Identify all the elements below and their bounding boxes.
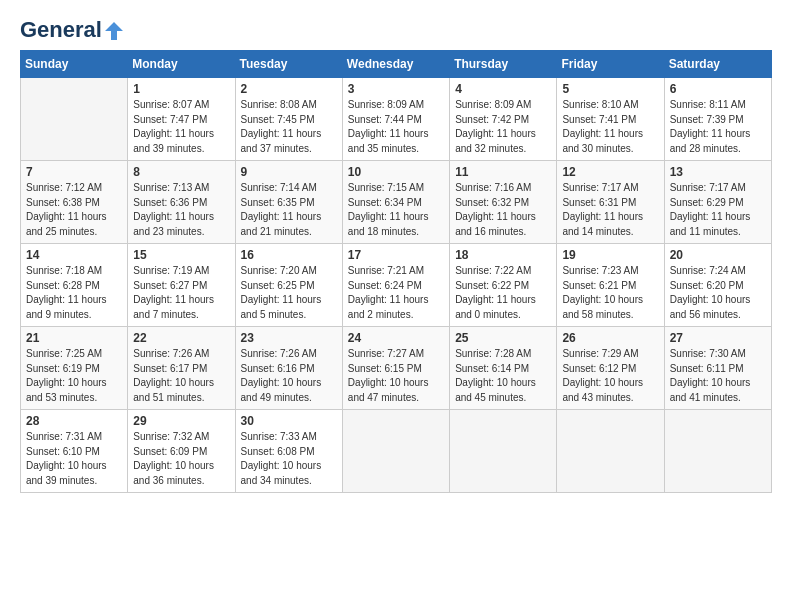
day-cell: 19Sunrise: 7:23 AMSunset: 6:21 PMDayligh… [557,244,664,327]
day-info: Sunrise: 8:10 AMSunset: 7:41 PMDaylight:… [562,98,658,156]
day-cell [21,78,128,161]
day-cell: 14Sunrise: 7:18 AMSunset: 6:28 PMDayligh… [21,244,128,327]
day-number: 1 [133,82,229,96]
logo-text: General [20,18,125,42]
week-row-4: 21Sunrise: 7:25 AMSunset: 6:19 PMDayligh… [21,327,772,410]
day-cell: 12Sunrise: 7:17 AMSunset: 6:31 PMDayligh… [557,161,664,244]
day-info: Sunrise: 7:18 AMSunset: 6:28 PMDaylight:… [26,264,122,322]
day-cell: 24Sunrise: 7:27 AMSunset: 6:15 PMDayligh… [342,327,449,410]
header-cell-wednesday: Wednesday [342,51,449,78]
day-cell: 17Sunrise: 7:21 AMSunset: 6:24 PMDayligh… [342,244,449,327]
day-number: 17 [348,248,444,262]
day-info: Sunrise: 7:25 AMSunset: 6:19 PMDaylight:… [26,347,122,405]
day-number: 30 [241,414,337,428]
day-cell: 16Sunrise: 7:20 AMSunset: 6:25 PMDayligh… [235,244,342,327]
day-info: Sunrise: 7:16 AMSunset: 6:32 PMDaylight:… [455,181,551,239]
day-cell: 23Sunrise: 7:26 AMSunset: 6:16 PMDayligh… [235,327,342,410]
day-cell: 11Sunrise: 7:16 AMSunset: 6:32 PMDayligh… [450,161,557,244]
day-info: Sunrise: 7:12 AMSunset: 6:38 PMDaylight:… [26,181,122,239]
day-cell: 29Sunrise: 7:32 AMSunset: 6:09 PMDayligh… [128,410,235,493]
day-info: Sunrise: 7:14 AMSunset: 6:35 PMDaylight:… [241,181,337,239]
day-number: 14 [26,248,122,262]
day-cell: 10Sunrise: 7:15 AMSunset: 6:34 PMDayligh… [342,161,449,244]
day-number: 19 [562,248,658,262]
calendar-header-row: SundayMondayTuesdayWednesdayThursdayFrid… [21,51,772,78]
day-info: Sunrise: 7:13 AMSunset: 6:36 PMDaylight:… [133,181,229,239]
day-info: Sunrise: 7:19 AMSunset: 6:27 PMDaylight:… [133,264,229,322]
day-info: Sunrise: 7:23 AMSunset: 6:21 PMDaylight:… [562,264,658,322]
header-cell-friday: Friday [557,51,664,78]
day-number: 25 [455,331,551,345]
day-cell: 13Sunrise: 7:17 AMSunset: 6:29 PMDayligh… [664,161,771,244]
header: General [20,18,772,42]
day-cell: 2Sunrise: 8:08 AMSunset: 7:45 PMDaylight… [235,78,342,161]
day-cell: 26Sunrise: 7:29 AMSunset: 6:12 PMDayligh… [557,327,664,410]
day-number: 2 [241,82,337,96]
day-info: Sunrise: 7:22 AMSunset: 6:22 PMDaylight:… [455,264,551,322]
day-number: 26 [562,331,658,345]
day-cell: 18Sunrise: 7:22 AMSunset: 6:22 PMDayligh… [450,244,557,327]
day-cell: 4Sunrise: 8:09 AMSunset: 7:42 PMDaylight… [450,78,557,161]
day-number: 29 [133,414,229,428]
day-cell: 28Sunrise: 7:31 AMSunset: 6:10 PMDayligh… [21,410,128,493]
day-cell: 22Sunrise: 7:26 AMSunset: 6:17 PMDayligh… [128,327,235,410]
day-cell: 30Sunrise: 7:33 AMSunset: 6:08 PMDayligh… [235,410,342,493]
day-info: Sunrise: 7:15 AMSunset: 6:34 PMDaylight:… [348,181,444,239]
header-cell-monday: Monday [128,51,235,78]
day-number: 24 [348,331,444,345]
header-cell-tuesday: Tuesday [235,51,342,78]
logo: General [20,18,125,42]
logo-icon [103,20,125,42]
day-number: 15 [133,248,229,262]
day-number: 18 [455,248,551,262]
day-cell: 5Sunrise: 8:10 AMSunset: 7:41 PMDaylight… [557,78,664,161]
day-cell: 25Sunrise: 7:28 AMSunset: 6:14 PMDayligh… [450,327,557,410]
calendar-table: SundayMondayTuesdayWednesdayThursdayFrid… [20,50,772,493]
day-cell: 1Sunrise: 8:07 AMSunset: 7:47 PMDaylight… [128,78,235,161]
week-row-3: 14Sunrise: 7:18 AMSunset: 6:28 PMDayligh… [21,244,772,327]
day-info: Sunrise: 7:17 AMSunset: 6:31 PMDaylight:… [562,181,658,239]
day-info: Sunrise: 7:20 AMSunset: 6:25 PMDaylight:… [241,264,337,322]
day-number: 16 [241,248,337,262]
day-info: Sunrise: 7:26 AMSunset: 6:17 PMDaylight:… [133,347,229,405]
day-info: Sunrise: 8:09 AMSunset: 7:42 PMDaylight:… [455,98,551,156]
day-number: 23 [241,331,337,345]
header-cell-thursday: Thursday [450,51,557,78]
day-cell [342,410,449,493]
day-cell: 15Sunrise: 7:19 AMSunset: 6:27 PMDayligh… [128,244,235,327]
day-number: 4 [455,82,551,96]
day-number: 11 [455,165,551,179]
day-cell: 20Sunrise: 7:24 AMSunset: 6:20 PMDayligh… [664,244,771,327]
day-number: 9 [241,165,337,179]
day-cell: 3Sunrise: 8:09 AMSunset: 7:44 PMDaylight… [342,78,449,161]
week-row-5: 28Sunrise: 7:31 AMSunset: 6:10 PMDayligh… [21,410,772,493]
day-number: 5 [562,82,658,96]
day-info: Sunrise: 7:17 AMSunset: 6:29 PMDaylight:… [670,181,766,239]
header-cell-sunday: Sunday [21,51,128,78]
day-info: Sunrise: 7:24 AMSunset: 6:20 PMDaylight:… [670,264,766,322]
page-container: General SundayMondayTuesdayWednesdayThur… [0,0,792,503]
day-cell: 9Sunrise: 7:14 AMSunset: 6:35 PMDaylight… [235,161,342,244]
svg-marker-0 [105,22,123,40]
day-number: 10 [348,165,444,179]
day-cell [664,410,771,493]
day-number: 27 [670,331,766,345]
day-number: 12 [562,165,658,179]
day-cell: 8Sunrise: 7:13 AMSunset: 6:36 PMDaylight… [128,161,235,244]
day-info: Sunrise: 8:11 AMSunset: 7:39 PMDaylight:… [670,98,766,156]
day-info: Sunrise: 7:29 AMSunset: 6:12 PMDaylight:… [562,347,658,405]
header-cell-saturday: Saturday [664,51,771,78]
calendar-body: 1Sunrise: 8:07 AMSunset: 7:47 PMDaylight… [21,78,772,493]
week-row-1: 1Sunrise: 8:07 AMSunset: 7:47 PMDaylight… [21,78,772,161]
day-info: Sunrise: 8:08 AMSunset: 7:45 PMDaylight:… [241,98,337,156]
day-number: 13 [670,165,766,179]
day-cell: 7Sunrise: 7:12 AMSunset: 6:38 PMDaylight… [21,161,128,244]
day-number: 22 [133,331,229,345]
day-cell: 21Sunrise: 7:25 AMSunset: 6:19 PMDayligh… [21,327,128,410]
day-cell: 27Sunrise: 7:30 AMSunset: 6:11 PMDayligh… [664,327,771,410]
day-info: Sunrise: 8:09 AMSunset: 7:44 PMDaylight:… [348,98,444,156]
day-number: 20 [670,248,766,262]
day-info: Sunrise: 7:31 AMSunset: 6:10 PMDaylight:… [26,430,122,488]
week-row-2: 7Sunrise: 7:12 AMSunset: 6:38 PMDaylight… [21,161,772,244]
day-info: Sunrise: 7:21 AMSunset: 6:24 PMDaylight:… [348,264,444,322]
